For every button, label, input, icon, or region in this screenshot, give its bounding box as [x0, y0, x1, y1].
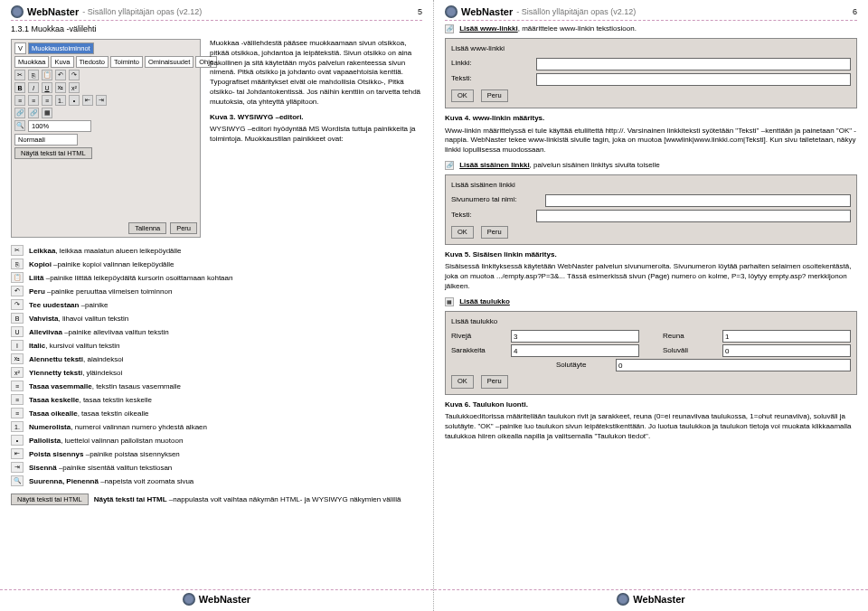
kuva6-text: Taulukkoeditorissa määritellään taulukon… [445, 412, 857, 441]
www-link-dialog: Lisää www-linkki Linkki: Teksti: OK Peru [445, 38, 857, 108]
table-icon: ▦ [445, 297, 454, 306]
tab-kuva[interactable]: Kuva [51, 56, 73, 68]
copy-icon[interactable]: ⎘ [28, 70, 39, 80]
tab-ominaisuudet[interactable]: Ominaisuudet [145, 56, 193, 68]
cancel-button[interactable]: Peru [481, 89, 508, 102]
cancel-button[interactable]: Peru [481, 226, 508, 239]
internal-link-intro: 🔗 Lisää sisäinen linkki, palvelun sisäin… [445, 161, 857, 171]
tab-v[interactable]: V [14, 42, 26, 54]
input-riveja[interactable] [511, 330, 639, 343]
toolbar-icon: x₂ [11, 353, 24, 364]
input-teksti2[interactable] [536, 210, 851, 222]
toolbar-icon: I [11, 340, 24, 351]
input-solutayte[interactable] [616, 359, 851, 371]
cancel-button[interactable]: Peru [170, 222, 197, 234]
page-header: WebNaster - Sisällön ylläpitäjän opas (v… [11, 5, 422, 21]
page-footer: WebNaster [0, 589, 433, 606]
page-number: 6 [853, 7, 857, 16]
zoom-in-icon[interactable]: 🔍 [14, 120, 25, 131]
cancel-button[interactable]: Peru [481, 375, 508, 388]
ok-button[interactable]: OK [451, 89, 474, 102]
superscript-button[interactable]: x² [69, 82, 80, 93]
toolbar-icon: ≡ [11, 394, 24, 405]
kuva5-text: Sisäisessä linkityksessä käytetään WebNa… [445, 262, 857, 291]
toolbar-desc-item: ↷Tee uudestaan –painike [11, 299, 422, 310]
toolbar-desc-item: 📋Liitä –painike liittää leikepöydältä ku… [11, 272, 422, 283]
internal-link-icon[interactable]: 🔗 [28, 108, 39, 118]
internal-link-icon: 🔗 [445, 161, 454, 170]
toolbar-desc-item: x²Ylennetty teksti, yläindeksoi [11, 367, 422, 378]
paste-icon[interactable]: 📋 [42, 70, 52, 80]
redo-icon[interactable]: ↷ [69, 70, 80, 80]
toolbar-icon: B [11, 313, 24, 324]
italic-button[interactable]: I [28, 82, 39, 93]
align-center-icon[interactable]: ≡ [28, 95, 39, 106]
page-footer: WebNaster [434, 589, 868, 606]
label-soluvali: Soluväli [663, 346, 717, 356]
toolbar-icon: x² [11, 367, 24, 378]
label-teksti2: Teksti: [451, 211, 533, 221]
tab-toiminto[interactable]: Toiminto [110, 56, 143, 68]
toolbar-desc-item: ≡Tasaa oikealle, tasaa tekstin oikealle [11, 408, 422, 418]
label-teksti: Teksti: [451, 74, 533, 84]
input-reuna[interactable] [722, 330, 851, 343]
label-sivunum: Sivunumero tai nimi: [451, 195, 542, 205]
save-button[interactable]: Tallenna [128, 222, 166, 234]
toolbar-desc-item: ≡Tasaa vasemmalle, tekstin tasaus vasemm… [11, 381, 422, 391]
toolbar-icon: ⎘ [11, 258, 24, 269]
bullet-list-icon[interactable]: • [69, 95, 80, 106]
toolbar-desc-item: ⇤Poista sisennys –painike poistaa sisenn… [11, 448, 422, 459]
tab-muokkaustoiminnot[interactable]: Muokkaustoiminnot [28, 42, 94, 54]
label-solutayte: Solutäyte [556, 361, 610, 371]
bold-button[interactable]: B [14, 82, 25, 93]
link-icon: 🔗 [445, 24, 454, 33]
table-intro: ▦ Lisää taulukko [445, 297, 857, 307]
link-icon[interactable]: 🔗 [14, 108, 25, 118]
ok-button[interactable]: OK [451, 226, 474, 239]
tab-muokkaa[interactable]: Muokkaa [14, 56, 49, 68]
label-linkki: Linkki: [451, 59, 533, 69]
align-left-icon[interactable]: ≡ [14, 95, 25, 106]
tab-tiedosto[interactable]: Tiedosto [76, 56, 109, 68]
kuva5-caption: Kuva 5. Sisäisen linkin määritys. [445, 250, 857, 260]
input-soluvali[interactable] [722, 344, 851, 357]
input-sivunum[interactable] [545, 194, 851, 207]
input-teksti[interactable] [536, 73, 851, 86]
numbered-list-icon[interactable]: 1. [55, 95, 66, 106]
style-select[interactable]: Normaali [14, 134, 78, 146]
table-icon[interactable]: ▦ [42, 108, 52, 118]
subscript-button[interactable]: x₂ [55, 82, 66, 93]
undo-icon[interactable]: ↶ [55, 70, 66, 80]
toolbar-desc-item: x₂Alennettu teksti, alaindeksoi [11, 353, 422, 364]
toolbar-desc-item: ≡Tasaa keskelle, tasaa tekstin keskelle [11, 394, 422, 405]
internal-link-dialog: Lisää sisäinen linkki Sivunumero tai nim… [445, 174, 857, 245]
toolbar-desc-item: BVahvista, lihavoi valitun tekstin [11, 313, 422, 324]
zoom-select[interactable]: 100% [28, 120, 91, 132]
input-linkki[interactable] [536, 58, 851, 70]
dialog-title: Lisää taulukko [451, 317, 851, 327]
label-riveja: Rivejä [451, 332, 505, 342]
show-html-button-inline[interactable]: Näytä teksti tai HTML [11, 494, 89, 505]
toolbar-desc-item: ↶Peru –painike peruuttaa viimeisen toimi… [11, 286, 422, 296]
outdent-icon[interactable]: ⇤ [82, 95, 93, 106]
toolbar-desc-item: ⎘Kopioi –painike kopioi valinnan leikepö… [11, 258, 422, 269]
para-muokkaa: Muokkaa -välilehdestä pääsee muokkaamaan… [210, 39, 422, 108]
input-sarakkeita[interactable] [511, 344, 639, 357]
dialog-title: Lisää sisäinen linkki [451, 181, 851, 191]
toolbar-desc-item: ✂Leikkaa, leikkaa maalatun alueen leikep… [11, 245, 422, 256]
toolbar-desc-item: •Pallolista, luetteloi valinnan pallolis… [11, 435, 422, 446]
page-number: 5 [418, 7, 422, 16]
label-sarakkeita: Sarakkeita [451, 346, 505, 356]
toolbar-icon: • [11, 435, 24, 446]
show-html-button[interactable]: Näytä teksti tai HTML [14, 147, 92, 159]
label-reuna: Reuna [663, 332, 717, 342]
toolbar-desc-item: 1.Numerolista, numeroi valinnan numero y… [11, 421, 422, 432]
dialog-title: Lisää www-linkki [451, 44, 851, 54]
toolbar-icon: ≡ [11, 381, 24, 391]
ok-button[interactable]: OK [451, 375, 474, 388]
align-right-icon[interactable]: ≡ [42, 95, 52, 106]
cut-icon[interactable]: ✂ [14, 70, 25, 80]
indent-icon[interactable]: ⇥ [96, 95, 107, 106]
logo-icon [11, 5, 24, 18]
underline-button[interactable]: U [42, 82, 52, 93]
